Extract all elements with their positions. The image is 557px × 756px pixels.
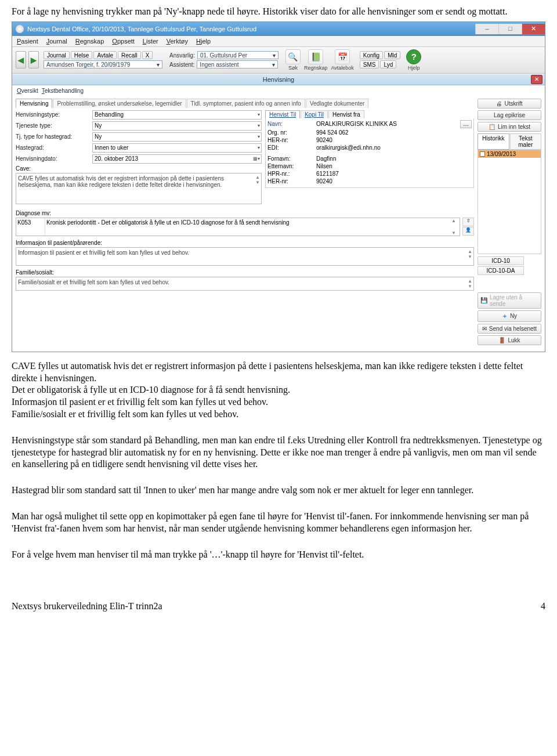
calendar-icon: 📅 bbox=[335, 49, 350, 64]
ny-button[interactable]: ＋Ny bbox=[478, 310, 541, 322]
toolbar: ◀ ▶ Journal Helse Avtale Recall X Amunds… bbox=[12, 47, 545, 74]
fornavn-value: Dagfinn bbox=[316, 155, 336, 162]
edi-value: oralkirurgisk@edi.nhn.no bbox=[316, 144, 381, 151]
app-icon bbox=[16, 25, 24, 33]
ansvarlig-select[interactable]: 01. Guttulsrud Per▾ bbox=[197, 51, 278, 59]
tbtn-x[interactable]: X bbox=[142, 51, 153, 59]
question-icon: ? bbox=[406, 49, 421, 64]
menu-verktoy[interactable]: Verktøy bbox=[167, 38, 188, 45]
henvisningstype-label: Henvisningstype: bbox=[16, 111, 90, 118]
lukk-button[interactable]: 🚪Lukk bbox=[478, 335, 541, 345]
maximize-button[interactable]: □ bbox=[498, 24, 522, 34]
body-p1: CAVE fylles ut automatisk hvis det er re… bbox=[12, 360, 545, 421]
info-label: Informasjon til pasient/pårørende: bbox=[16, 240, 474, 246]
hist-item[interactable]: 13/09/2013 bbox=[478, 150, 541, 158]
tbtn-avtale[interactable]: Avtale bbox=[93, 51, 117, 59]
tbtn-mld[interactable]: Mld bbox=[384, 51, 400, 59]
tbtn-konfig[interactable]: Konfig bbox=[360, 51, 383, 59]
footer-left: Nextsys brukerveiledning Elin-T trinn2a bbox=[12, 601, 162, 612]
fam-text-area[interactable]: Familie/sosialt er et frivillig felt som… bbox=[16, 277, 474, 291]
patient-name-box[interactable]: Amundsen Torgeir, f. 20/09/1979 ▾ bbox=[44, 60, 162, 68]
cave-label: Cave: bbox=[16, 165, 262, 172]
menu-hjelp[interactable]: Hjelp bbox=[196, 38, 211, 45]
epikrise-button[interactable]: Lag epikrise bbox=[478, 110, 541, 120]
tbtn-lyd[interactable]: Lyd bbox=[380, 60, 396, 68]
intro-text: For å lage ny henvisning trykker man på … bbox=[12, 6, 545, 18]
historikk-list[interactable]: 13/09/2013 bbox=[478, 150, 541, 254]
assistent-select[interactable]: Ingen assistent▾ bbox=[197, 60, 278, 68]
henvisning-header: Henvisning ✕ bbox=[12, 74, 545, 85]
hastegrad-label: Hastegrad: bbox=[16, 144, 90, 151]
checkbox-icon bbox=[480, 151, 485, 157]
body-p3: Hastegrad blir som standard satt til 'In… bbox=[12, 484, 545, 497]
lagre-button[interactable]: 💾Lagre uten å sende bbox=[478, 292, 541, 309]
prev-button[interactable]: ◀ bbox=[16, 51, 26, 68]
menu-pasient[interactable]: Pasient bbox=[17, 38, 38, 45]
menu-journal[interactable]: Journal bbox=[46, 38, 67, 45]
org-value: 994 524 062 bbox=[316, 129, 349, 136]
maintab-problemstilling[interactable]: Problemstilling, ønsket undersøkelse, le… bbox=[53, 99, 186, 108]
hpr-value: 6121187 bbox=[316, 171, 339, 177]
minimize-button[interactable]: – bbox=[475, 24, 498, 34]
tab-tekstbehandling[interactable]: Tekstbehandling bbox=[42, 88, 84, 94]
body-p2: Henvisningstype står som standard på Beh… bbox=[12, 435, 545, 471]
menu-oppsett[interactable]: Oppsett bbox=[112, 38, 135, 45]
etternavn-value: Nilsen bbox=[316, 163, 332, 169]
print-icon: 🖨 bbox=[496, 100, 502, 107]
assistent-label: Assistent: bbox=[168, 60, 196, 68]
body-p5: For å velge hvem man henviser til må man… bbox=[12, 549, 545, 561]
her2-label: HER-nr: bbox=[267, 178, 316, 185]
send-button[interactable]: ✉Send via helsenett bbox=[478, 324, 541, 334]
next-button[interactable]: ▶ bbox=[28, 51, 39, 68]
diag-text-cell: Kronisk periodontitt - Det er obligatori… bbox=[45, 218, 451, 236]
tool-search[interactable]: 🔍Søk bbox=[285, 49, 301, 71]
info-text-area[interactable]: Informasjon til pasient er et frivillig … bbox=[16, 247, 474, 266]
move-up-icon[interactable]: ⇧ bbox=[462, 218, 474, 226]
tekstmaler-tab[interactable]: Tekst maler bbox=[510, 133, 542, 150]
etternavn-label: Etternavn: bbox=[267, 163, 316, 169]
tjeneste-label: Tjeneste type: bbox=[16, 122, 90, 129]
window-title: Nextsys Dental Office, 20/10/2013, Tannl… bbox=[27, 26, 256, 32]
historikk-tab[interactable]: Historikk bbox=[478, 133, 509, 150]
book-icon: 📗 bbox=[308, 49, 323, 64]
tab-henvist-fra[interactable]: Henvist fra bbox=[328, 110, 364, 118]
tjeneste-select[interactable]: Ny▾ bbox=[92, 121, 262, 131]
lim-button[interactable]: 📋Lim inn tekst bbox=[478, 122, 541, 132]
tab-henvist-til[interactable]: Henvist Til bbox=[265, 110, 300, 118]
person-icon[interactable]: 👤 bbox=[462, 227, 474, 236]
paste-icon: 📋 bbox=[489, 124, 495, 130]
maintab-henvisning[interactable]: Henvisning bbox=[16, 99, 52, 108]
icd10-button[interactable]: ICD-10 bbox=[478, 256, 524, 265]
dato-input[interactable]: 20. oktober 2013▦▾ bbox=[92, 154, 262, 164]
footer-page: 4 bbox=[541, 601, 545, 612]
edi-label: EDI: bbox=[267, 144, 316, 151]
panel-close-button[interactable]: ✕ bbox=[531, 75, 542, 84]
tab-kopi-til[interactable]: Kopi Til bbox=[301, 110, 328, 118]
menubar: Pasient Journal Regnskap Oppsett Lister … bbox=[12, 36, 545, 47]
menu-lister[interactable]: Lister bbox=[143, 38, 158, 45]
maintab-tidl[interactable]: Tidl. symptomer, pasient info og annen i… bbox=[187, 99, 305, 108]
hastegrad-select[interactable]: Innen to uker▾ bbox=[92, 143, 262, 153]
tbtn-journal[interactable]: Journal bbox=[44, 51, 70, 59]
tbtn-helse[interactable]: Helse bbox=[71, 51, 93, 59]
tbtn-sms[interactable]: SMS bbox=[360, 60, 379, 68]
utskrift-button[interactable]: 🖨Utskrift bbox=[478, 99, 541, 108]
ansvarlig-label: Ansvarlig: bbox=[168, 51, 196, 59]
her-value: 90240 bbox=[316, 137, 332, 143]
menu-regnskap[interactable]: Regnskap bbox=[75, 38, 104, 45]
tbtn-recall[interactable]: Recall bbox=[118, 51, 141, 59]
pick-recipient-button[interactable]: … bbox=[460, 120, 472, 128]
navn-value: ORALKIRURGISK KLINIKK AS bbox=[316, 121, 397, 127]
tool-avtalebok[interactable]: 📅Avtalebok bbox=[331, 49, 353, 71]
henvisningstype-select[interactable]: Behandling▾ bbox=[92, 110, 262, 120]
diag-code-cell: K053 bbox=[16, 218, 45, 236]
tab-oversikt[interactable]: Oversikt bbox=[17, 88, 38, 94]
close-button[interactable]: ✕ bbox=[522, 24, 545, 34]
maintab-vedlagte[interactable]: Vedlagte dokumenter bbox=[306, 99, 369, 108]
tool-help[interactable]: ? Hjelp bbox=[406, 49, 421, 71]
tj-haste-select[interactable]: Ny▾ bbox=[92, 132, 262, 142]
icd10da-button[interactable]: ICD-10-DA bbox=[478, 266, 524, 275]
tool-regnskap[interactable]: 📗Regnskap bbox=[304, 49, 328, 71]
her-label: HER-nr: bbox=[267, 137, 316, 143]
dato-label: Henvisningdato: bbox=[16, 155, 90, 162]
